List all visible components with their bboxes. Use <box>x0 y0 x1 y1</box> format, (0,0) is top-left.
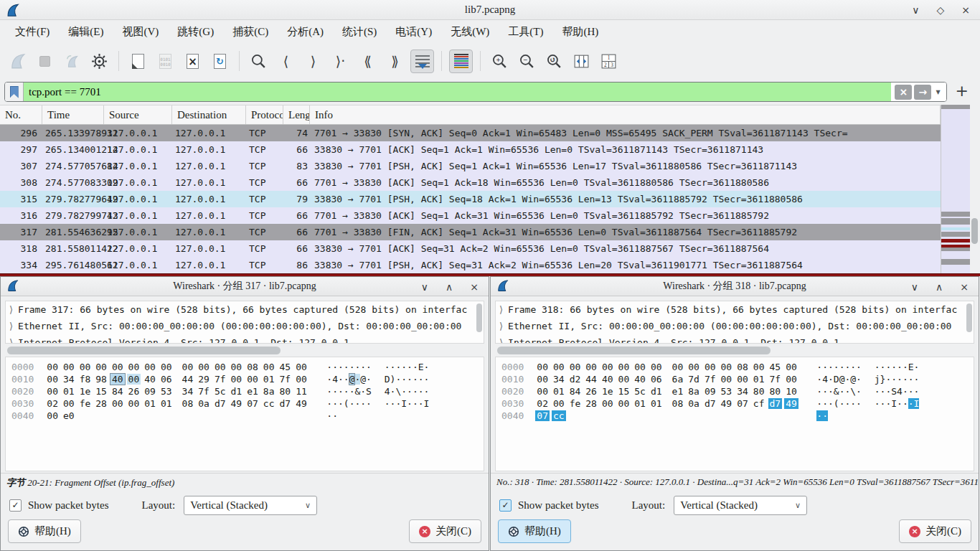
column-header-info[interactable]: Info <box>310 105 941 124</box>
maximize-icon[interactable]: ∧ <box>446 281 453 293</box>
display-filter-input[interactable]: tcp.port == 7701 <box>24 83 891 101</box>
packet-list-scrollbar[interactable] <box>970 105 980 273</box>
close-file-button[interactable]: × <box>181 50 204 73</box>
packet-detail-tree[interactable]: ⟩Frame 317: 66 bytes on wire (528 bits),… <box>5 301 484 344</box>
menu-edit[interactable]: 编辑(E) <box>59 22 113 42</box>
packet-row-307[interactable]: 307274.577057684127.0.0.1127.0.0.1TCP833… <box>0 158 941 174</box>
close-icon[interactable]: × <box>470 281 479 293</box>
hscroll-thumb[interactable] <box>497 347 771 354</box>
popup-titlebar[interactable]: Wireshark · 分组 318 · lib7.pcapng ∨ ∧ × <box>491 277 979 296</box>
column-header-no[interactable]: No. <box>0 105 42 124</box>
tree-row[interactable]: ⟩Frame 317: 66 bytes on wire (528 bits),… <box>6 301 484 318</box>
column-header-length[interactable]: Length <box>283 105 310 124</box>
close-button[interactable]: × 关闭(C) <box>409 519 481 543</box>
help-button[interactable]: 帮助(H) <box>498 519 571 543</box>
close-icon[interactable]: × <box>961 4 970 16</box>
menu-tools[interactable]: 工具(T) <box>499 22 552 42</box>
tree-horizontal-scrollbar[interactable] <box>495 346 974 355</box>
maximize-icon[interactable]: ◇ <box>936 4 944 16</box>
zoom-in-button[interactable]: + <box>488 50 512 73</box>
packet-row-334[interactable]: 334295.761480561127.0.0.1127.0.0.1TCP863… <box>0 257 941 273</box>
zoom-out-button[interactable]: − <box>515 50 539 73</box>
expander-icon[interactable]: ⟩ <box>9 337 13 344</box>
column-header-time[interactable]: Time <box>42 105 104 124</box>
help-button[interactable]: 帮助(H) <box>8 519 81 543</box>
menu-view[interactable]: 视图(V) <box>113 22 169 42</box>
close-button[interactable]: × 关闭(C) <box>899 519 971 543</box>
column-header-protocol[interactable]: Protocol <box>246 105 283 124</box>
menu-telephony[interactable]: 电话(Y) <box>386 22 441 42</box>
minimize-icon[interactable]: ∨ <box>912 4 919 16</box>
close-icon[interactable]: × <box>960 281 969 293</box>
minimize-icon[interactable]: ∨ <box>911 281 918 293</box>
packet-row-318[interactable]: 318281.558011422127.0.0.1127.0.0.1TCP663… <box>0 240 941 257</box>
tree-scrollbar-thumb[interactable] <box>966 303 972 332</box>
reload-file-button[interactable]: ↻ <box>208 50 232 73</box>
menu-help[interactable]: 帮助(H) <box>552 22 608 42</box>
save-file-button[interactable]: 01010010 <box>154 50 177 73</box>
start-capture-button[interactable] <box>6 50 29 73</box>
maximize-icon[interactable]: ∧ <box>936 281 943 293</box>
popup-titlebar[interactable]: Wireshark · 分组 317 · lib7.pcapng ∨ ∧ × <box>1 277 489 296</box>
expander-icon[interactable]: ⟩ <box>499 304 503 315</box>
column-numbers-button[interactable]: 123 <box>597 50 621 73</box>
capture-options-button[interactable] <box>88 50 111 73</box>
tree-horizontal-scrollbar[interactable] <box>5 346 484 355</box>
packet-row-315[interactable]: 315279.782779649127.0.0.1127.0.0.1TCP793… <box>0 191 941 207</box>
menu-analyze[interactable]: 分析(A) <box>278 22 333 42</box>
packet-317-dialog: Wireshark · 分组 317 · lib7.pcapng ∨ ∧ × ⟩… <box>0 276 489 551</box>
layout-select[interactable]: Vertical (Stacked) ∨ <box>674 496 807 515</box>
filter-dropdown-icon[interactable]: ▼ <box>933 89 942 95</box>
scrollbar-thumb[interactable] <box>971 218 978 244</box>
menu-go[interactable]: 跳转(G) <box>168 22 223 42</box>
packet-row-296[interactable]: 296265.133978931127.0.0.1127.0.0.1TCP747… <box>0 125 941 141</box>
open-file-button[interactable] <box>126 50 150 73</box>
menu-wireless[interactable]: 无线(W) <box>441 22 499 42</box>
filter-bookmark-button[interactable] <box>5 83 24 101</box>
colorize-button[interactable] <box>449 50 473 73</box>
restart-capture-button[interactable] <box>60 50 84 73</box>
packet-detail-tree[interactable]: ⟩Frame 318: 66 bytes on wire (528 bits),… <box>495 301 974 344</box>
tree-row[interactable]: ⟩Frame 318: 66 bytes on wire (528 bits),… <box>496 301 974 318</box>
packet-bytes-pane[interactable]: 000000000000000000000000000008004500····… <box>5 357 484 471</box>
tree-row[interactable]: ⟩Internet Protocol Version 4, Src: 127.0… <box>6 334 484 344</box>
expander-icon[interactable]: ⟩ <box>499 337 503 344</box>
expander-icon[interactable]: ⟩ <box>9 321 13 331</box>
show-packet-bytes-checkbox[interactable]: ✓ <box>9 499 22 512</box>
tree-row[interactable]: ⟩Internet Protocol Version 4, Src: 127.0… <box>496 334 974 344</box>
expander-icon[interactable]: ⟩ <box>9 304 13 315</box>
hscroll-thumb[interactable] <box>7 347 281 354</box>
column-header-source[interactable]: Source <box>104 105 172 124</box>
show-packet-bytes-checkbox[interactable]: ✓ <box>499 499 512 512</box>
expander-icon[interactable]: ⟩ <box>499 321 503 331</box>
tree-row[interactable]: ⟩Ethernet II, Src: 00:00:00_00:00:00 (00… <box>496 318 974 334</box>
packet-row-316[interactable]: 316279.782799743127.0.0.1127.0.0.1TCP667… <box>0 207 941 224</box>
minimap-band <box>941 105 970 109</box>
go-previous-button[interactable]: ⟨ <box>274 50 298 73</box>
column-header-destination[interactable]: Destination <box>172 105 246 124</box>
tree-scrollbar-thumb[interactable] <box>476 303 482 332</box>
resize-columns-button[interactable] <box>570 50 593 73</box>
go-last-button[interactable]: ⟫ <box>383 50 407 73</box>
find-packet-button[interactable] <box>247 50 270 73</box>
menu-file[interactable]: 文件(F) <box>6 22 59 42</box>
packet-row-297[interactable]: 297265.134001214127.0.0.1127.0.0.1TCP663… <box>0 141 941 158</box>
go-to-packet-button[interactable]: ⟩· <box>329 50 352 73</box>
go-first-button[interactable]: ⟪ <box>356 50 380 73</box>
filter-clear-button[interactable]: × <box>895 85 912 100</box>
menu-capture[interactable]: 捕获(C) <box>223 22 278 42</box>
menu-statistics[interactable]: 统计(S) <box>333 22 386 42</box>
packet-row-317[interactable]: 317281.554636295127.0.0.1127.0.0.1TCP667… <box>0 224 941 240</box>
layout-select[interactable]: Vertical (Stacked) ∨ <box>184 496 317 515</box>
minimize-icon[interactable]: ∨ <box>421 281 428 293</box>
packet-list-minimap[interactable] <box>941 105 970 273</box>
packet-bytes-pane[interactable]: 000000000000000000000000000008004500····… <box>495 357 974 471</box>
filter-apply-button[interactable]: → <box>914 85 931 100</box>
zoom-reset-button[interactable]: ↺ <box>542 50 566 73</box>
packet-row-308[interactable]: 308274.577083309127.0.0.1127.0.0.1TCP667… <box>0 174 941 191</box>
tree-row[interactable]: ⟩Ethernet II, Src: 00:00:00_00:00:00 (00… <box>6 318 484 334</box>
go-next-button[interactable]: ⟩ <box>301 50 325 73</box>
stop-capture-button[interactable] <box>33 50 57 73</box>
auto-scroll-button[interactable] <box>410 50 434 73</box>
filter-add-button[interactable]: + <box>951 82 976 102</box>
